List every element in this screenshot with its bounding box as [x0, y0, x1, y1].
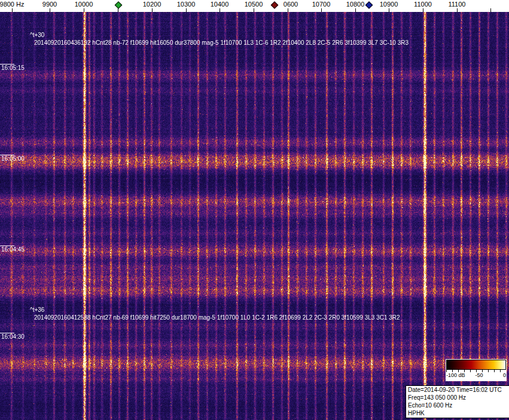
freq-label: 10300 — [177, 1, 196, 8]
green-diamond-marker[interactable] — [115, 1, 123, 9]
time-mark: 16:05:15 — [0, 64, 25, 71]
time-label: 16:04:30 — [1, 333, 25, 340]
freq-label: 0600 — [284, 1, 298, 8]
freq-tick — [152, 8, 153, 12]
freq-label: 10900 — [380, 1, 398, 8]
freq-label: 9800 Hz — [0, 1, 24, 8]
freq-tick — [12, 8, 13, 12]
info-date-line: Date=2014-09-20 Time=16:02 UTC — [408, 386, 509, 394]
info-echo-line: Echo=10 600 Hz — [408, 401, 509, 409]
freq-tick — [254, 8, 254, 12]
freq-tick — [186, 8, 187, 12]
freq-label: 10800 — [346, 1, 365, 8]
colorbar-max-label: 0 — [503, 372, 506, 378]
freq-label: 11100 — [449, 1, 466, 8]
colorbar-gradient — [446, 360, 506, 370]
colorbar-legend: -100 dB -50 0 — [446, 359, 507, 381]
colorbar-labels: -100 dB -50 0 — [446, 372, 506, 379]
colorbar-min-label: -100 dB — [446, 372, 465, 378]
freq-label: 11000 — [414, 1, 432, 8]
freq-label: 9900 — [42, 1, 57, 8]
freq-label: 10400 — [211, 1, 229, 8]
detection-annotation: ^t+36 20140920160412588 hCnt27 nb-69 f10… — [30, 306, 400, 321]
detection-marker: ^t+30 — [30, 32, 409, 38]
detection-marker: ^t+36 — [30, 306, 400, 313]
info-freq-line: Freq=143 050 000 Hz — [408, 394, 509, 401]
spectrogram-canvas[interactable] — [0, 12, 509, 420]
freq-label: 10000 — [75, 1, 93, 8]
freq-label: 10700 — [312, 1, 331, 8]
detection-text: 20140920160436192 hCnt28 nb-72 f10699 hi… — [34, 39, 409, 46]
time-mark: 16:04:30 — [0, 333, 25, 340]
time-mark: 16:05:00 — [0, 155, 25, 162]
info-box: Date=2014-09-20 Time=16:02 UTC Freq=143 … — [406, 385, 509, 418]
freq-tick — [490, 8, 491, 12]
red-diamond-marker[interactable] — [271, 1, 279, 9]
freq-tick — [457, 8, 458, 12]
time-mark: 16:04:45 — [0, 246, 25, 253]
spectrogram-window: 9800 Hz 9900 10000 10200 10300 10400 105… — [0, 0, 509, 420]
freq-tick — [321, 8, 322, 12]
time-label: 16:05:00 — [1, 155, 25, 162]
freq-label: 10200 — [143, 1, 161, 8]
freq-tick — [355, 8, 356, 12]
time-label: 16:05:15 — [1, 65, 25, 71]
freq-tick — [288, 8, 288, 12]
freq-tick — [389, 8, 389, 12]
blue-diamond-marker[interactable] — [365, 1, 373, 9]
info-station-line: HPHK — [408, 409, 509, 417]
freq-label: 10500 — [245, 1, 263, 8]
spectrogram-area[interactable]: ^t+30 20140920160436192 hCnt28 nb-72 f10… — [0, 12, 509, 420]
detection-annotation: ^t+30 20140920160436192 hCnt28 nb-72 f10… — [30, 32, 409, 46]
detection-text: 20140920160412588 hCnt27 nb-69 f10699 hi… — [34, 314, 400, 321]
freq-tick — [220, 8, 220, 12]
frequency-axis: 9800 Hz 9900 10000 10200 10300 10400 105… — [0, 0, 509, 12]
colorbar-mid-label: -50 — [475, 372, 483, 378]
freq-tick — [50, 8, 50, 12]
freq-tick — [84, 8, 84, 12]
freq-tick — [423, 8, 423, 12]
time-label: 16:04:45 — [1, 246, 25, 253]
